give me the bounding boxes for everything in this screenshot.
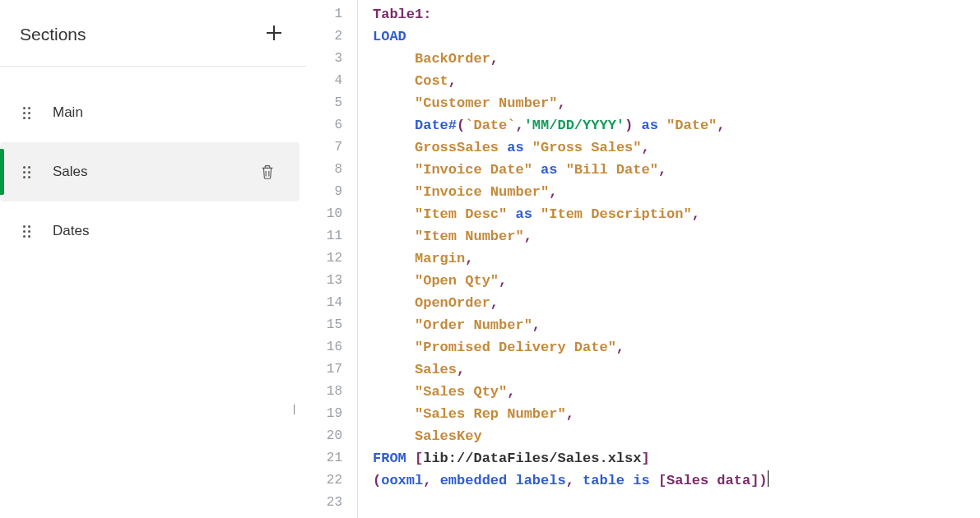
code-line[interactable]: FROM [lib://DataFiles/Sales.xlsx] [373, 447, 980, 469]
code-line[interactable]: LOAD [373, 25, 980, 48]
code-area[interactable]: Table1:LOAD BackOrder, Cost, "Customer N… [357, 0, 980, 518]
section-label: Sales [53, 164, 258, 180]
section-label: Main [53, 104, 285, 121]
code-line[interactable]: SalesKey [373, 425, 980, 447]
code-line[interactable]: (ooxml, embedded labels, table is [Sales… [373, 469, 980, 492]
code-line[interactable]: "Sales Qty", [373, 381, 980, 403]
line-number: 15 [306, 314, 342, 336]
drag-handle-icon[interactable] [23, 166, 35, 178]
code-line[interactable]: Date#(`Date`,'MM/DD/YYYY') as "Date", [373, 114, 980, 136]
line-number: 2 [306, 25, 342, 48]
sidebar-header: Sections [0, 0, 306, 67]
code-line[interactable]: Margin, [373, 247, 980, 270]
app-root: Sections MainSalesDates || 1234567891011… [0, 0, 980, 518]
line-number: 10 [306, 203, 342, 225]
code-line[interactable] [373, 492, 980, 514]
line-number: 24 [306, 514, 342, 518]
code-line[interactable]: Where Sales > 100.00 and Date("Invoice D… [373, 514, 980, 518]
section-item-main[interactable]: Main [0, 83, 300, 142]
line-number: 9 [306, 181, 342, 203]
code-line[interactable]: "Item Number", [373, 225, 980, 247]
code-line[interactable]: "Promised Delivery Date", [373, 336, 980, 358]
code-line[interactable]: Sales, [373, 358, 980, 381]
line-number: 22 [306, 469, 342, 492]
line-number: 13 [306, 270, 342, 292]
text-cursor [768, 470, 769, 487]
code-editor[interactable]: 123456789101112131415161718192021222324 … [306, 0, 980, 518]
code-line[interactable]: "Invoice Date" as "Bill Date", [373, 159, 980, 181]
line-number: 5 [306, 92, 342, 114]
code-line[interactable]: OpenOrder, [373, 292, 980, 314]
code-line[interactable]: Table1: [373, 3, 980, 25]
code-line[interactable]: "Open Qty", [373, 270, 980, 292]
line-number: 1 [306, 3, 342, 25]
delete-section-icon[interactable] [258, 163, 276, 181]
line-number: 7 [306, 136, 342, 159]
line-number: 17 [306, 358, 342, 381]
section-label: Dates [53, 223, 285, 239]
line-gutter: 123456789101112131415161718192021222324 [306, 0, 357, 518]
line-number: 6 [306, 114, 342, 136]
line-number: 21 [306, 447, 342, 469]
plus-icon [265, 24, 283, 42]
line-number: 3 [306, 48, 342, 70]
section-list: MainSalesDates [0, 67, 306, 261]
line-number: 12 [306, 247, 342, 270]
code-line[interactable]: BackOrder, [373, 48, 980, 70]
line-number: 20 [306, 425, 342, 447]
add-section-button[interactable] [262, 23, 286, 46]
section-item-sales[interactable]: Sales [0, 142, 300, 201]
line-number: 16 [306, 336, 342, 358]
drag-handle-icon[interactable] [23, 107, 35, 119]
line-number: 23 [306, 492, 342, 514]
code-line[interactable]: GrossSales as "Gross Sales", [373, 136, 980, 159]
line-number: 4 [306, 70, 342, 92]
line-number: 14 [306, 292, 342, 314]
sections-sidebar: Sections MainSalesDates [0, 0, 306, 518]
line-number: 18 [306, 381, 342, 403]
section-item-dates[interactable]: Dates [0, 201, 300, 261]
code-line[interactable]: "Invoice Number", [373, 181, 980, 203]
line-number: 8 [306, 159, 342, 181]
line-number: 11 [306, 225, 342, 247]
sidebar-title: Sections [20, 25, 86, 44]
code-line[interactable]: "Item Desc" as "Item Description", [373, 203, 980, 225]
code-line[interactable]: "Sales Rep Number", [373, 403, 980, 425]
line-number: 19 [306, 403, 342, 425]
code-line[interactable]: "Customer Number", [373, 92, 980, 114]
drag-handle-icon[interactable] [23, 225, 35, 238]
code-line[interactable]: "Order Number", [373, 314, 980, 336]
code-line[interactable]: Cost, [373, 70, 980, 92]
